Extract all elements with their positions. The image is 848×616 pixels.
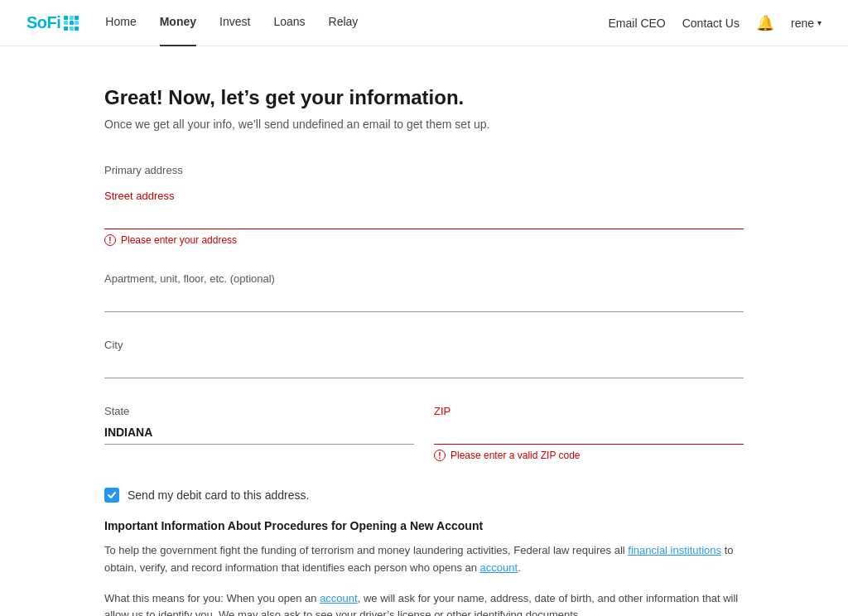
debit-card-checkbox[interactable] bbox=[104, 488, 119, 503]
page-title: Great! Now, let’s get your information. bbox=[104, 86, 744, 109]
nav-invest[interactable]: Invest bbox=[219, 15, 250, 31]
user-name: rene bbox=[791, 17, 814, 30]
nav-links: Home Money Invest Loans Relay bbox=[105, 15, 608, 31]
zip-group: ZIP ! Please enter a valid ZIP code bbox=[434, 405, 744, 461]
notification-bell-icon[interactable]: 🔔 bbox=[756, 14, 774, 32]
logo-text: SoFi bbox=[26, 13, 60, 32]
nav-loans[interactable]: Loans bbox=[273, 15, 305, 31]
apt-group: Apartment, unit, floor, etc. (optional) bbox=[104, 272, 744, 312]
state-group: State INDIANA bbox=[104, 405, 414, 461]
navbar: SoFi Home Money Invest Loans Relay Email… bbox=[0, 0, 848, 46]
nav-money[interactable]: Money bbox=[160, 15, 196, 31]
contact-us-link[interactable]: Contact Us bbox=[682, 17, 740, 30]
street-address-group: Street address ! Please enter your addre… bbox=[104, 190, 744, 246]
chevron-down-icon: ▾ bbox=[817, 18, 822, 27]
state-label: State bbox=[104, 405, 414, 417]
city-label: City bbox=[104, 339, 744, 351]
state-value: INDIANA bbox=[104, 421, 414, 445]
street-address-label: Street address bbox=[104, 190, 744, 202]
user-menu[interactable]: rene ▾ bbox=[791, 17, 822, 30]
checkmark-icon bbox=[107, 490, 117, 500]
zip-error-text: Please enter a valid ZIP code bbox=[450, 450, 581, 461]
info-heading: Important Information About Procedures f… bbox=[104, 519, 744, 532]
section-label: Primary address bbox=[104, 164, 744, 176]
apt-input[interactable] bbox=[104, 288, 744, 312]
info-paragraph-2: What this means for you: When you open a… bbox=[104, 590, 744, 616]
page-subtitle: Once we get all your info, we’ll send un… bbox=[104, 118, 744, 131]
info-section: Important Information About Procedures f… bbox=[104, 519, 744, 616]
street-address-error-text: Please enter your address bbox=[121, 234, 237, 246]
nav-relay[interactable]: Relay bbox=[329, 15, 359, 31]
financial-institutions-link[interactable]: financial institutions bbox=[628, 544, 721, 556]
email-ceo-link[interactable]: Email CEO bbox=[608, 17, 665, 30]
apt-label: Apartment, unit, floor, etc. (optional) bbox=[104, 272, 744, 285]
zip-error-icon: ! bbox=[434, 450, 446, 461]
info-paragraph-1: To help the government fight the funding… bbox=[104, 542, 744, 577]
street-address-input[interactable] bbox=[104, 205, 744, 229]
debit-card-label: Send my debit card to this address. bbox=[128, 488, 309, 502]
account-link-2[interactable]: account bbox=[320, 592, 358, 604]
street-address-error: ! Please enter your address bbox=[104, 234, 744, 246]
logo-grid-icon bbox=[64, 16, 79, 31]
zip-label: ZIP bbox=[434, 405, 744, 417]
debit-card-checkbox-row: Send my debit card to this address. bbox=[104, 488, 744, 503]
main-content: Great! Now, let’s get your information. … bbox=[84, 46, 764, 616]
error-icon: ! bbox=[104, 234, 116, 246]
account-link-1[interactable]: account bbox=[480, 561, 518, 574]
city-group: City bbox=[104, 339, 744, 378]
logo[interactable]: SoFi bbox=[26, 13, 79, 32]
state-zip-row: State INDIANA ZIP ! Please enter a valid… bbox=[104, 405, 744, 461]
zip-error: ! Please enter a valid ZIP code bbox=[434, 450, 744, 461]
nav-right: Email CEO Contact Us 🔔 rene ▾ bbox=[608, 14, 822, 32]
nav-home[interactable]: Home bbox=[105, 15, 136, 31]
zip-input[interactable] bbox=[434, 421, 744, 445]
city-input[interactable] bbox=[104, 354, 744, 378]
